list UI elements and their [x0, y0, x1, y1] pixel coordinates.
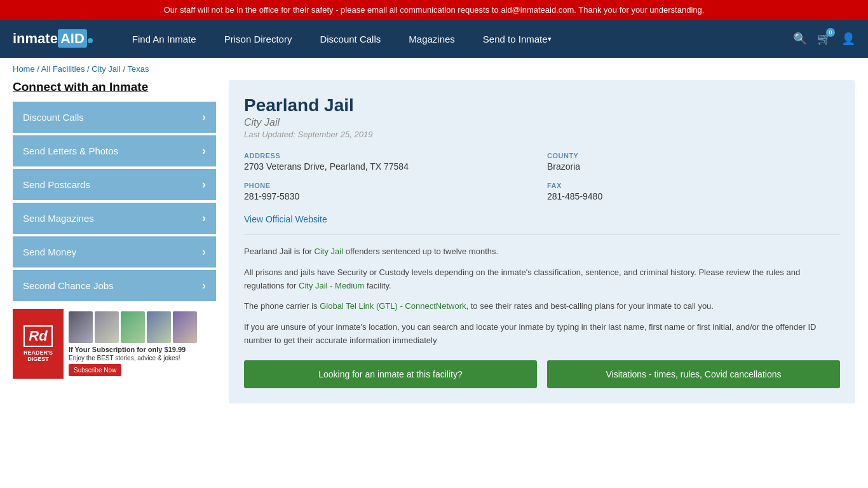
cart-badge: 0 [826, 28, 835, 37]
sidebar-btn-discount-calls-label: Discount Calls [23, 112, 84, 123]
sidebar-btn-magazines[interactable]: Send Magazines › [13, 203, 216, 234]
phone-value: 281-997-5830 [244, 191, 537, 201]
sidebar-btn-jobs-label: Second Chance Jobs [23, 280, 114, 291]
facility-content: Pearland Jail City Jail Last Updated: Se… [229, 80, 855, 403]
breadcrumb-all-facilities[interactable]: All Facilities [41, 64, 85, 74]
facility-info-grid: ADDRESS 2703 Veterans Drive, Pearland, T… [244, 152, 840, 201]
sidebar-btn-postcards[interactable]: Send Postcards › [13, 169, 216, 200]
sidebar-btn-letters-label: Send Letters & Photos [23, 146, 118, 156]
ad-subtext: Enjoy the BEST stories, advice & jokes! [69, 355, 211, 362]
facility-description: Pearland Jail is for City Jail offenders… [244, 245, 840, 348]
header: inmateAID Find An Inmate Prison Director… [0, 20, 868, 58]
sidebar-btn-discount-calls[interactable]: Discount Calls › [13, 102, 216, 133]
ad-content: If Your Subscription for only $19.99 Enj… [64, 309, 216, 379]
desc-para-1: Pearland Jail is for City Jail offenders… [244, 245, 840, 259]
sidebar-title: Connect with an Inmate [13, 80, 216, 94]
ad-img-2 [95, 311, 119, 343]
main-nav: Find An Inmate Prison Directory Discount… [118, 20, 793, 58]
link-city-jail-medium[interactable]: City Jail - Medium [299, 281, 364, 290]
sidebar: Connect with an Inmate Discount Calls › … [13, 80, 216, 403]
fax-value: 281-485-9480 [547, 191, 840, 201]
sidebar-btn-postcards-label: Send Postcards [23, 179, 90, 190]
nav-magazines[interactable]: Magazines [395, 20, 469, 58]
nav-prison-directory[interactable]: Prison Directory [210, 20, 306, 58]
breadcrumb-home[interactable]: Home [13, 64, 35, 74]
facility-name: Pearland Jail [244, 95, 840, 116]
nav-discount-calls[interactable]: Discount Calls [306, 20, 395, 58]
find-inmate-btn[interactable]: Looking for an inmate at this facility? [244, 360, 537, 388]
sidebar-btn-jobs[interactable]: Second Chance Jobs › [13, 270, 216, 301]
county-label: COUNTY [547, 152, 840, 159]
chevron-right-icon: › [202, 245, 206, 259]
breadcrumb: Home / All Facilities / City Jail / Texa… [0, 58, 868, 80]
address-value: 2703 Veterans Drive, Pearland, TX 77584 [244, 161, 537, 172]
last-updated: Last Updated: September 25, 2019 [244, 130, 840, 139]
facility-btn-row: Looking for an inmate at this facility? … [244, 360, 840, 388]
ad-img-3 [121, 311, 145, 343]
nav-send-to-inmate[interactable]: Send to Inmate [469, 20, 566, 58]
rd-logo: Rd [24, 325, 52, 347]
search-icon[interactable]: 🔍 [793, 32, 807, 46]
desc-para-4: If you are unsure of your inmate's locat… [244, 321, 840, 348]
address-block: ADDRESS 2703 Veterans Drive, Pearland, T… [244, 152, 537, 172]
desc-para-3: The phone carrier is Global Tel Link (GT… [244, 300, 840, 313]
chevron-right-icon: › [202, 144, 206, 158]
logo[interactable]: inmateAID [13, 30, 93, 47]
visitation-btn[interactable]: Visitations - times, rules, Covid cancel… [547, 360, 840, 388]
nav-icons: 🔍 🛒 0 👤 [793, 32, 855, 46]
sidebar-btn-money[interactable]: Send Money › [13, 236, 216, 268]
ad-img-1 [69, 311, 93, 343]
divider [244, 234, 840, 235]
breadcrumb-city-jail[interactable]: City Jail [92, 64, 121, 74]
sidebar-btn-letters[interactable]: Send Letters & Photos › [13, 135, 216, 166]
ad-img-5 [173, 311, 197, 343]
rd-name: READER'S DIGEST [13, 349, 64, 362]
chevron-right-icon: › [202, 279, 206, 292]
phone-label: PHONE [244, 182, 537, 189]
sidebar-btn-magazines-label: Send Magazines [23, 213, 94, 224]
logo-text: inmateAID [13, 30, 93, 47]
county-value: Brazoria [547, 161, 840, 172]
ad-red-section: Rd READER'S DIGEST [13, 309, 64, 379]
view-website-link[interactable]: View Official Website [244, 214, 327, 224]
subscribe-button[interactable]: Subscribe Now [69, 364, 121, 376]
link-city-jail-1[interactable]: City Jail [315, 247, 344, 256]
address-label: ADDRESS [244, 152, 537, 159]
sidebar-btn-money-label: Send Money [23, 247, 76, 257]
fax-label: FAX [547, 182, 840, 189]
sidebar-ad[interactable]: Rd READER'S DIGEST If Your Subscription … [13, 309, 216, 379]
county-block: COUNTY Brazoria [547, 152, 840, 172]
chevron-right-icon: › [202, 212, 206, 225]
fax-block: FAX 281-485-9480 [547, 182, 840, 201]
ad-images [69, 311, 211, 343]
alert-banner: Our staff will not be in the office for … [0, 0, 868, 20]
ad-headline: If Your Subscription for only $19.99 [69, 346, 211, 353]
ad-img-4 [147, 311, 171, 343]
facility-type: City Jail [244, 117, 840, 128]
chevron-right-icon: › [202, 178, 206, 191]
link-gtl[interactable]: Global Tel Link (GTL) - ConnectNetwork [320, 301, 466, 311]
main-layout: Connect with an Inmate Discount Calls › … [0, 80, 868, 416]
ad-inner: Rd READER'S DIGEST If Your Subscription … [13, 309, 216, 379]
chevron-right-icon: › [202, 111, 206, 124]
nav-find-inmate[interactable]: Find An Inmate [118, 20, 210, 58]
breadcrumb-texas[interactable]: Texas [127, 64, 149, 74]
phone-block: PHONE 281-997-5830 [244, 182, 537, 201]
cart-icon[interactable]: 🛒 0 [817, 32, 831, 46]
desc-para-2: All prisons and jails have Security or C… [244, 266, 840, 293]
alert-text: Our staff will not be in the office for … [164, 5, 705, 15]
user-icon[interactable]: 👤 [841, 32, 855, 46]
